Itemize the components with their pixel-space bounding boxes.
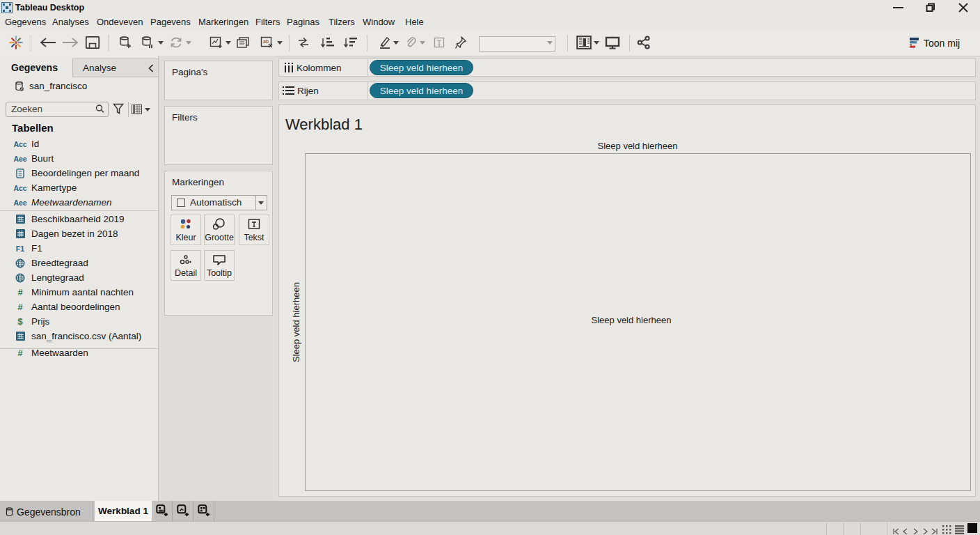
svg-text:ab: ab <box>263 39 269 44</box>
